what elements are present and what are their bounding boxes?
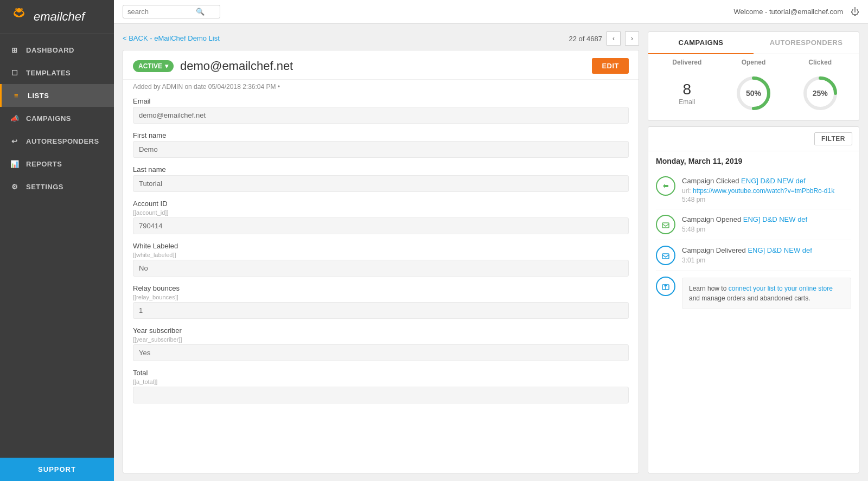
field-value-accountid: 790414 (133, 217, 629, 234)
field-group-relaybounces: Relay bounces [[relay_bounces]] 1 (133, 284, 629, 319)
info-link[interactable]: connect your list to your online store (729, 285, 833, 292)
campaign-link-clicked[interactable]: ENG] D&D NEW def (741, 177, 805, 185)
gear-icon: ⚙ (10, 182, 20, 191)
sidebar: emailchef ⊞ DASHBOARD ☐ TEMPLATES ≡ LIST… (0, 0, 114, 481)
field-tag-total: [[a_total]] (133, 379, 629, 385)
search-icon[interactable]: 🔍 (196, 8, 205, 16)
activity-content-info: Learn how to connect your list to your o… (682, 277, 851, 309)
svg-rect-9 (662, 223, 669, 228)
activity-content-opened: Campaign Opened ENG] D&D NEW def 5:48 pm (682, 215, 851, 233)
list-icon: ≡ (11, 91, 21, 100)
activity-card: FILTER Monday, March 11, 2019 Camp (648, 126, 859, 473)
search-input[interactable] (127, 8, 193, 16)
sidebar-item-templates[interactable]: ☐ TEMPLATES (0, 61, 114, 84)
field-group-lastname: Last name Tutorial (133, 165, 629, 192)
field-tag-yearsubscriber: [[year_subscriber]] (133, 336, 629, 343)
field-value-total (133, 387, 629, 403)
activity-item-opened: Campaign Opened ENG] D&D NEW def 5:48 pm (656, 209, 851, 240)
sidebar-item-autoresponders[interactable]: ↩ AUTORESPONDERS (0, 130, 114, 152)
sidebar-item-lists-label: LISTS (28, 92, 49, 100)
sidebar-item-dashboard[interactable]: ⊞ DASHBOARD (0, 39, 114, 61)
field-value-lastname: Tutorial (133, 175, 629, 192)
grid-icon: ⊞ (10, 45, 20, 55)
prev-page-button[interactable]: ‹ (607, 31, 621, 46)
sidebar-item-campaigns-label: CAMPAIGNS (26, 114, 71, 123)
field-tag-accountid: [[account_id]] (133, 209, 629, 216)
activity-header: FILTER (648, 127, 859, 151)
filter-button[interactable]: FILTER (814, 132, 852, 145)
sidebar-item-settings[interactable]: ⚙ SETTINGS (0, 175, 114, 198)
activity-content-delivered: Campaign Delivered ENG] D&D NEW def 3:01… (682, 246, 851, 264)
field-group-email: Email demo@emailchef.net (133, 97, 629, 124)
tab-campaigns[interactable]: CAMPAIGNS (648, 32, 754, 54)
pagination-row: 22 of 4687 ‹ › (569, 31, 639, 46)
subscriber-meta: Added by ADMIN on date 05/04/2018 2:36:0… (123, 80, 639, 97)
status-label: ACTIVE (138, 62, 162, 70)
field-label-total: Total (133, 369, 629, 377)
pagination-text: 22 of 4687 (569, 35, 602, 43)
content-area: < BACK - eMailChef Demo List 22 of 4687 … (114, 24, 868, 481)
field-value-yearsubscriber: Yes (133, 344, 629, 361)
clicked-circle: 25% (802, 75, 839, 112)
power-icon[interactable]: ⏻ (851, 7, 859, 17)
main-content: 🔍 Welcome - tutorial@emailchef.com ⏻ < B… (114, 0, 868, 481)
subscriber-header-left: ACTIVE ▾ demo@emailchef.net (133, 59, 293, 73)
field-label-relaybounces: Relay bounces (133, 284, 629, 292)
svg-point-3 (15, 8, 17, 10)
campaigns-card: CAMPAIGNS AUTORESPONDERS Delivered Opene… (648, 31, 859, 121)
field-value-email: demo@emailchef.net (133, 107, 629, 124)
logo-icon (9, 7, 29, 27)
logo-text: emailchef (34, 10, 85, 24)
subscriber-email-header: demo@emailchef.net (180, 59, 293, 73)
welcome-text: Welcome - tutorial@emailchef.com (733, 8, 843, 16)
breadcrumb[interactable]: < BACK - eMailChef Demo List (123, 34, 220, 42)
sidebar-item-dashboard-label: DASHBOARD (26, 46, 74, 54)
activity-title-delivered: Campaign Delivered ENG] D&D NEW def (682, 246, 851, 255)
status-badge[interactable]: ACTIVE ▾ (133, 60, 174, 72)
sidebar-item-campaigns[interactable]: 📣 CAMPAIGNS (0, 107, 114, 130)
sidebar-item-reports-label: REPORTS (26, 160, 62, 168)
activity-dot-delivered (656, 246, 675, 265)
activity-info-box: Learn how to connect your list to your o… (682, 278, 851, 309)
field-group-firstname: First name Demo (133, 131, 629, 158)
opened-circle: 50% (735, 75, 772, 112)
delivered-label: Email (654, 98, 720, 106)
search-box[interactable]: 🔍 (123, 5, 220, 18)
campaign-link-opened[interactable]: ENG] D&D NEW def (743, 215, 807, 223)
activity-url-link[interactable]: https://www.youtube.com/watch?v=tmPbbRo-… (693, 187, 834, 195)
next-page-button[interactable]: › (625, 31, 639, 46)
field-group-accountid: Account ID [[account_id]] 790414 (133, 200, 629, 234)
activity-dot-clicked (656, 176, 675, 196)
topbar: 🔍 Welcome - tutorial@emailchef.com ⏻ (114, 0, 868, 24)
activity-item-clicked: Campaign Clicked ENG] D&D NEW def url: h… (656, 171, 851, 209)
activity-time-delivered: 3:01 pm (682, 256, 851, 264)
bar-chart-icon: 📊 (10, 159, 20, 169)
reply-icon: ↩ (10, 136, 20, 146)
sidebar-item-lists[interactable]: ≡ LISTS (0, 84, 114, 107)
activity-dot-info (656, 277, 675, 296)
support-button[interactable]: SUPPORT (0, 458, 114, 481)
sidebar-item-settings-label: SETTINGS (26, 183, 63, 191)
activity-time-clicked: 5:48 pm (682, 196, 851, 203)
field-label-lastname: Last name (133, 165, 629, 174)
logo: emailchef (0, 0, 114, 34)
chevron-down-icon: ▾ (165, 62, 168, 70)
fields-container: Email demo@emailchef.net First name Demo… (123, 97, 639, 420)
stat-clicked: 25% (787, 75, 853, 112)
field-group-yearsubscriber: Year subscriber [[year_subscriber]] Yes (133, 326, 629, 361)
sidebar-item-templates-label: TEMPLATES (26, 69, 71, 77)
sidebar-nav: ⊞ DASHBOARD ☐ TEMPLATES ≡ LISTS 📣 CAMPAI… (0, 34, 114, 458)
tab-autoresponders[interactable]: AUTORESPONDERS (754, 32, 859, 54)
activity-dot-opened (656, 215, 675, 234)
field-group-total: Total [[a_total]] (133, 369, 629, 403)
opened-percent: 50% (746, 89, 761, 98)
edit-button[interactable]: EDIT (592, 58, 629, 74)
stats-header-delivered: Delivered (654, 59, 720, 66)
field-label-accountid: Account ID (133, 200, 629, 208)
activity-item-delivered: Campaign Delivered ENG] D&D NEW def 3:01… (656, 240, 851, 271)
field-label-yearsubscriber: Year subscriber (133, 326, 629, 335)
svg-point-4 (21, 8, 23, 10)
sidebar-item-reports[interactable]: 📊 REPORTS (0, 152, 114, 175)
campaign-link-delivered[interactable]: ENG] D&D NEW def (748, 246, 812, 254)
right-panel: CAMPAIGNS AUTORESPONDERS Delivered Opene… (648, 31, 859, 473)
